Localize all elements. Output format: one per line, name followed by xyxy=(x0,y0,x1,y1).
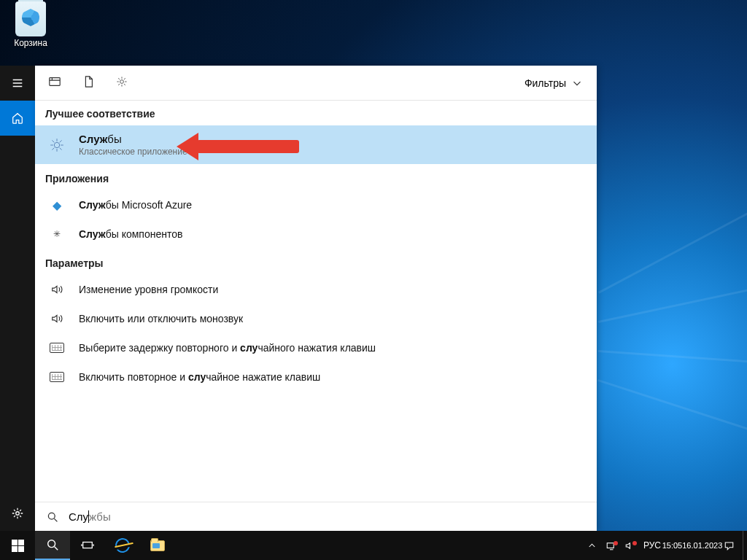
search-results-pane: Фильтры Лучшее соответствие Службы Класс… xyxy=(35,66,597,531)
tray-volume[interactable] xyxy=(620,540,639,551)
app-result-title: Службы компонентов xyxy=(79,228,182,240)
start-search-panel: Фильтры Лучшее соответствие Службы Класс… xyxy=(0,66,597,531)
tray-language[interactable]: РУС xyxy=(639,540,665,551)
setting-key-repeat-enable[interactable]: Включить повторное и случайное нажатие к… xyxy=(35,362,597,392)
search-icon xyxy=(47,511,58,523)
speaker-icon xyxy=(48,310,66,327)
svg-point-5 xyxy=(48,540,55,548)
svg-rect-7 xyxy=(607,542,614,548)
recycle-bin-icon xyxy=(15,1,46,36)
tray-time: 15:05 xyxy=(662,541,683,551)
rail-settings[interactable] xyxy=(0,496,35,531)
app-result-title: Службы Microsoft Azure xyxy=(79,199,192,211)
app-result-azure[interactable]: ◆ Службы Microsoft Azure xyxy=(35,190,597,219)
search-input-bar[interactable]: Службы xyxy=(35,502,597,531)
section-settings: Параметры xyxy=(35,249,597,275)
svg-rect-6 xyxy=(83,542,93,548)
search-input-text[interactable]: Службы xyxy=(69,510,111,523)
svg-point-4 xyxy=(48,513,55,519)
azure-icon: ◆ xyxy=(48,196,66,214)
best-match-services[interactable]: Службы Классическое приложение xyxy=(35,125,597,164)
recycle-bin[interactable]: Корзина xyxy=(7,1,54,48)
rail-home[interactable] xyxy=(0,101,35,136)
best-match-title: Службы xyxy=(79,133,187,145)
setting-key-repeat-delay[interactable]: Выберите задержку повторного и случайног… xyxy=(35,333,597,362)
chevron-down-icon xyxy=(570,77,584,90)
keyboard-icon xyxy=(48,368,66,386)
scope-documents-icon[interactable] xyxy=(82,75,95,91)
section-apps: Приложения xyxy=(35,164,597,190)
task-view[interactable] xyxy=(70,531,105,560)
taskbar-search[interactable] xyxy=(35,531,70,560)
setting-volume[interactable]: Изменение уровня громкости xyxy=(35,275,597,304)
component-services-icon: ✳︎ xyxy=(48,225,66,243)
scope-apps-icon[interactable] xyxy=(48,75,61,91)
system-tray: РУС 15:05 16.01.2023 xyxy=(582,531,747,560)
taskbar-ie[interactable] xyxy=(105,531,140,560)
start-button[interactable] xyxy=(0,531,35,560)
taskbar-explorer[interactable] xyxy=(140,531,175,560)
filters-label: Фильтры xyxy=(525,77,566,89)
speaker-icon xyxy=(48,281,66,298)
keyboard-icon xyxy=(48,339,66,357)
taskbar: РУС 15:05 16.01.2023 xyxy=(0,531,747,560)
show-desktop[interactable] xyxy=(743,531,747,560)
tray-date: 16.01.2023 xyxy=(682,541,722,551)
action-center[interactable] xyxy=(719,540,738,551)
results-body: Лучшее соответствие Службы Классическое … xyxy=(35,101,597,502)
tray-overflow[interactable] xyxy=(582,540,601,551)
search-topbar: Фильтры xyxy=(35,66,597,101)
setting-title: Изменение уровня громкости xyxy=(79,284,218,295)
setting-title: Включить или отключить монозвук xyxy=(79,313,243,324)
scope-settings-icon[interactable] xyxy=(115,75,128,91)
start-rail xyxy=(0,66,35,531)
rail-hamburger[interactable] xyxy=(0,66,35,101)
best-match-subtitle: Классическое приложение xyxy=(79,147,187,157)
app-result-component-services[interactable]: ✳︎ Службы компонентов xyxy=(35,219,597,249)
setting-title: Включить повторное и случайное нажатие к… xyxy=(79,371,320,383)
services-icon xyxy=(48,136,66,154)
recycle-bin-label: Корзина xyxy=(14,38,47,48)
svg-rect-1 xyxy=(50,77,60,85)
svg-point-0 xyxy=(16,512,20,516)
tray-clock[interactable]: 15:05 16.01.2023 xyxy=(665,541,719,551)
svg-point-2 xyxy=(120,79,124,83)
setting-title: Выберите задержку повторного и случайног… xyxy=(79,342,376,354)
setting-mono-audio[interactable]: Включить или отключить монозвук xyxy=(35,304,597,333)
svg-point-3 xyxy=(54,142,59,147)
section-best-match: Лучшее соответствие xyxy=(35,101,597,125)
tray-network[interactable] xyxy=(601,540,620,551)
filters-toggle[interactable]: Фильтры xyxy=(525,77,584,90)
